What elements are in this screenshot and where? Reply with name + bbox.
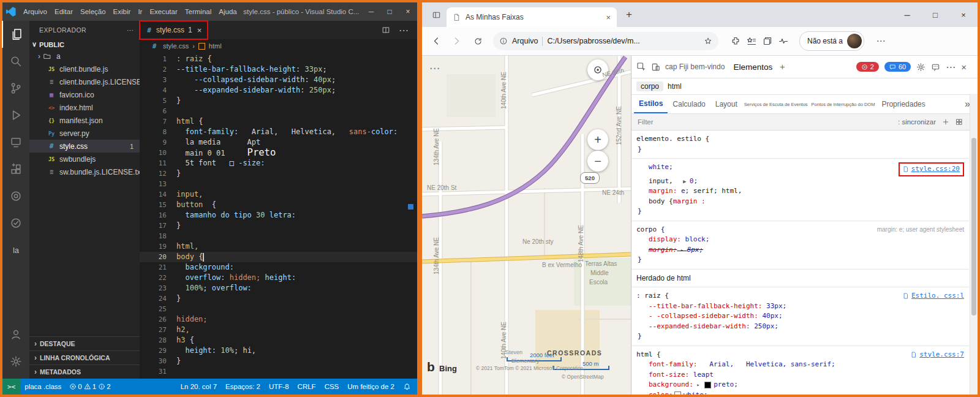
maximize-button[interactable]: □ xyxy=(380,2,399,21)
status-utf-8[interactable]: UTF-8 xyxy=(265,383,293,390)
status-crlf[interactable]: CRLF xyxy=(293,383,320,390)
scrollbar-thumb[interactable] xyxy=(971,138,976,316)
la-icon[interactable]: la xyxy=(2,236,29,263)
menu-exibir[interactable]: Exibir xyxy=(110,8,135,15)
tab-elements[interactable]: Elementos xyxy=(733,62,772,72)
css-declaration[interactable]: font-family: Arial, Helvetica, sans-seri… xyxy=(636,360,964,370)
file-item-swbundlejs[interactable]: JSswbundlejs xyxy=(29,153,140,165)
breadcrumb[interactable]: # style.css › html xyxy=(140,39,417,53)
menu-editar[interactable]: Editar xyxy=(51,8,77,15)
devtools-more-icon[interactable]: ⋯ xyxy=(946,61,956,73)
css-declaration[interactable]: input, ▶ 0; xyxy=(636,176,964,187)
browser-tab[interactable]: As Minhas Faixas × xyxy=(447,7,617,27)
css-declaration[interactable]: body {margin : xyxy=(636,197,964,207)
remote-icon[interactable] xyxy=(2,129,29,156)
ext-icon[interactable] xyxy=(2,156,29,183)
css-declaration[interactable]: display: block; xyxy=(636,235,964,245)
minimize-button[interactable]: ─ xyxy=(893,2,921,27)
tab-close-icon[interactable]: × xyxy=(606,13,611,22)
split-editor-icon[interactable] xyxy=(382,26,390,34)
file-item-client.bundle.js[interactable]: JSclient.bundle.js xyxy=(29,62,140,75)
css-declaration[interactable]: margin: ▸ 8px; xyxy=(636,245,964,255)
close-button[interactable]: × xyxy=(949,2,978,27)
close-button[interactable]: × xyxy=(399,2,417,21)
rule-selector[interactable]: : raiz { xyxy=(636,291,669,301)
color-swatch[interactable] xyxy=(704,382,711,388)
zoom-in-button[interactable]: + xyxy=(587,129,608,150)
stylesheet-link[interactable]: style.css:7 xyxy=(911,350,964,360)
locate-button[interactable] xyxy=(587,59,608,80)
favlist-icon[interactable] xyxy=(747,36,756,46)
css-rule[interactable]: : raiz {Estilo. css:l--title-bar-fallbac… xyxy=(631,287,969,346)
stylesheet-link[interactable]: Estilo. css:l xyxy=(903,291,964,301)
refresh-icon[interactable] xyxy=(469,32,487,50)
info-icon[interactable] xyxy=(499,37,508,45)
css-rule[interactable]: corpo {margin: e; user agent stylesheetd… xyxy=(631,221,969,270)
editor-more-icon[interactable]: ⋯ xyxy=(399,25,409,36)
file-item-manifest.json[interactable]: {}manifest.json xyxy=(29,114,140,127)
devtools-tab-layout[interactable]: Layout xyxy=(710,96,742,113)
panel-linha-cronológica[interactable]: ›LINHA CRONOLÓGICA xyxy=(29,350,140,365)
sync-toggle[interactable]: : sincronizar xyxy=(898,118,936,126)
gear-icon[interactable] xyxy=(2,348,29,375)
status-espa-os-2[interactable]: Espaços: 2 xyxy=(221,383,265,390)
bell-icon[interactable] xyxy=(399,383,417,391)
folder-section-public[interactable]: ∨ PUBLIC xyxy=(29,39,140,50)
address-bar[interactable]: Arquivo C:/Users/pabrosse/dev/m... xyxy=(493,32,718,50)
map-handle-icon[interactable]: ⋯ xyxy=(429,62,440,75)
puzzle-icon[interactable] xyxy=(731,36,741,46)
console-badge[interactable]: 60 xyxy=(884,62,911,72)
bing-logo-text[interactable]: Bing xyxy=(439,364,457,373)
status-extension-item[interactable]: placa .class xyxy=(20,383,66,390)
add-panel-icon[interactable]: + xyxy=(780,62,785,72)
files-icon[interactable] xyxy=(2,21,30,48)
devtools-close-icon[interactable]: × xyxy=(961,62,967,72)
ring-icon[interactable] xyxy=(2,183,29,210)
minimize-button[interactable]: ─ xyxy=(362,2,380,21)
profile-button[interactable]: Não está a xyxy=(799,31,864,51)
file-item-favicon.ico[interactable]: ▦favicon.ico xyxy=(29,88,140,101)
css-rule[interactable]: white;style.css:20input, ▶ 0;margin: e; … xyxy=(631,159,969,221)
debug-icon[interactable] xyxy=(2,102,29,129)
maximize-button[interactable]: □ xyxy=(921,2,949,27)
css-declaration[interactable]: --title-bar-fallback-height: 33px; xyxy=(636,301,964,312)
devtools-tab-propriedades[interactable]: Propriedades xyxy=(876,96,930,113)
color-swatch[interactable] xyxy=(674,391,681,395)
grid-toggle-icon[interactable] xyxy=(956,118,963,126)
rule-selector[interactable]: white; xyxy=(636,162,673,173)
remote-indicator[interactable]: >< xyxy=(2,379,20,395)
rule-selector[interactable]: html { xyxy=(636,350,661,360)
favorite-star-icon[interactable] xyxy=(704,37,712,45)
panel-destaque[interactable]: ›DESTAQUE xyxy=(29,336,140,350)
account-icon[interactable] xyxy=(2,321,29,348)
css-declaration[interactable]: --expanded-sidebar-width: 250px; xyxy=(636,322,964,332)
file-item-client.bundle.js.LICENSE.txt[interactable]: ≡client.bundle.js.LICENSE.txt xyxy=(29,75,140,88)
new-style-rule-icon[interactable] xyxy=(942,118,949,126)
map[interactable]: ⋯ + − 520 2000 feet 500 m b Bing © 2021 … xyxy=(422,56,631,395)
status-um-feiti-o-de-2[interactable]: Um feitiço de 2 xyxy=(343,383,399,390)
essentials-icon[interactable] xyxy=(778,36,788,46)
tab-actions-icon[interactable] xyxy=(428,7,444,23)
file-item-sw.bundle.js.LICENSE.txt[interactable]: ≡sw.bundle.js.LICENSE.txt xyxy=(29,165,140,178)
file-item-index.html[interactable]: <>index.html xyxy=(29,101,140,114)
css-declaration[interactable]: background: ▸ preto; xyxy=(636,380,964,390)
search-icon[interactable] xyxy=(2,48,29,75)
inspect-icon[interactable] xyxy=(636,62,646,72)
devtools-scrollbar[interactable] xyxy=(970,94,978,395)
tab-close-icon[interactable]: × xyxy=(197,26,202,35)
breadcrumb-html[interactable]: html xyxy=(668,82,682,91)
css-declaration[interactable]: margin: e; serif; html, xyxy=(636,186,964,197)
css-rule[interactable]: elemento. estilo {} xyxy=(631,130,969,159)
bing-logo[interactable]: b xyxy=(427,360,435,374)
settings-gear-icon[interactable] xyxy=(916,62,925,72)
code-area[interactable]: 1: raiz {2--title-bar-fallback-height: 3… xyxy=(140,53,417,379)
feedback-icon[interactable] xyxy=(931,62,940,72)
menu-ajuda[interactable]: Ajuda xyxy=(215,8,240,15)
styles-pane[interactable]: elemento. estilo {} white;style.css:20in… xyxy=(631,130,978,395)
settings-more-icon[interactable]: ⋯ xyxy=(872,32,890,50)
css-rule[interactable]: html {style.css:7font-family: Arial, Hel… xyxy=(631,346,969,395)
device-toolbar-icon[interactable] xyxy=(651,62,660,72)
check-icon[interactable] xyxy=(2,210,29,236)
menu-seleção[interactable]: Seleção xyxy=(77,8,110,15)
breadcrumb-body[interactable]: corpo xyxy=(636,81,663,91)
